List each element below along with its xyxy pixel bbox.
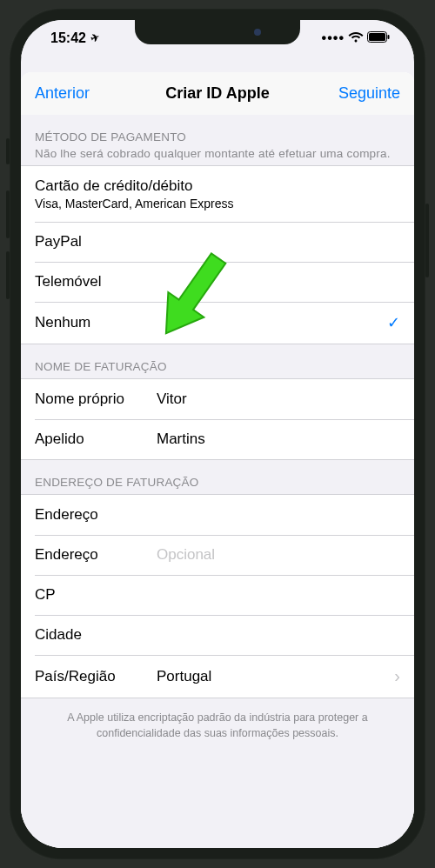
- address2-label: Endereço: [35, 546, 157, 564]
- battery-icon: [367, 30, 390, 46]
- zip-label: CP: [35, 586, 157, 604]
- payment-option-none[interactable]: Nenhum ✓: [21, 302, 414, 344]
- status-time: 15:42: [50, 30, 86, 46]
- page-title: Criar ID Apple: [104, 84, 331, 103]
- city-input[interactable]: [157, 626, 400, 644]
- wifi-icon: [348, 30, 364, 46]
- back-button[interactable]: Anterior: [35, 84, 104, 103]
- address2-input[interactable]: [157, 546, 400, 564]
- address2-row[interactable]: Endereço: [21, 535, 414, 575]
- phone-frame: 15:42 ✈︎ •••• Anterior Criar ID Apple Se…: [9, 8, 426, 860]
- address1-label: Endereço: [35, 506, 157, 524]
- billing-name-header: NOME DE FATURAÇÃO: [21, 344, 414, 378]
- notch: [135, 20, 300, 44]
- billing-address-header: ENDEREÇO DE FATURAÇÃO: [21, 460, 414, 494]
- privacy-footer: A Apple utiliza encriptação padrão da in…: [21, 698, 414, 753]
- first-name-value: Vitor: [157, 391, 400, 408]
- first-name-row[interactable]: Nome próprio Vitor: [21, 379, 414, 419]
- last-name-value: Martins: [157, 431, 400, 448]
- city-label: Cidade: [35, 626, 157, 644]
- address1-row[interactable]: Endereço: [21, 495, 414, 535]
- payment-option-paypal[interactable]: PayPal: [21, 222, 414, 262]
- address1-input[interactable]: [157, 506, 400, 524]
- country-label: País/Região: [35, 668, 157, 685]
- volume-up-button: [6, 190, 10, 238]
- payment-section-header: MÉTODO DE PAGAMENTO Não lhe será cobrado…: [21, 115, 414, 165]
- last-name-label: Apelido: [35, 431, 157, 448]
- power-button: [425, 204, 429, 277]
- form-content: MÉTODO DE PAGAMENTO Não lhe será cobrado…: [21, 115, 414, 848]
- last-name-row[interactable]: Apelido Martins: [21, 419, 414, 459]
- location-icon: ✈︎: [89, 31, 101, 46]
- billing-name-group: Nome próprio Vitor Apelido Martins: [21, 378, 414, 460]
- next-button[interactable]: Seguinte: [331, 84, 400, 103]
- payment-options: Cartão de crédito/débito Visa, MasterCar…: [21, 165, 414, 344]
- svg-rect-1: [369, 33, 385, 41]
- payment-option-phone[interactable]: Telemóvel: [21, 262, 414, 302]
- cellular-icon: ••••: [322, 30, 345, 46]
- svg-rect-2: [388, 35, 390, 39]
- country-value: Portugal: [157, 668, 394, 685]
- nav-bar: Anterior Criar ID Apple Seguinte: [21, 72, 414, 115]
- modal-sheet: Anterior Criar ID Apple Seguinte MÉTODO …: [21, 72, 414, 848]
- chevron-right-icon: ›: [394, 666, 400, 686]
- volume-down-button: [6, 251, 10, 299]
- country-row[interactable]: País/Região Portugal ›: [21, 655, 414, 698]
- payment-card-sub: Visa, MasterCard, American Express: [35, 197, 234, 210]
- city-row[interactable]: Cidade: [21, 615, 414, 655]
- zip-row[interactable]: CP: [21, 575, 414, 615]
- first-name-label: Nome próprio: [35, 391, 157, 408]
- payment-card-title: Cartão de crédito/débito: [35, 177, 234, 195]
- payment-option-card[interactable]: Cartão de crédito/débito Visa, MasterCar…: [21, 166, 414, 222]
- billing-address-group: Endereço Endereço CP Cidade: [21, 494, 414, 698]
- mute-switch: [6, 138, 10, 164]
- screen: 15:42 ✈︎ •••• Anterior Criar ID Apple Se…: [21, 20, 414, 848]
- zip-input[interactable]: [157, 586, 400, 604]
- checkmark-icon: ✓: [387, 313, 400, 332]
